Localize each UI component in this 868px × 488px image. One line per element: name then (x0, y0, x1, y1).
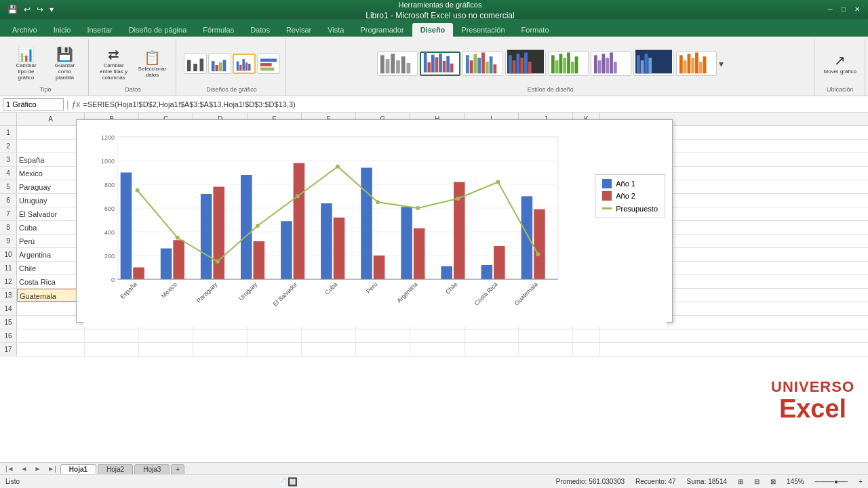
col-header-a[interactable]: A (17, 113, 85, 125)
cell-r12c0[interactable]: Costa Rica (17, 275, 85, 288)
cell-r16c1[interactable] (85, 329, 139, 342)
svg-rect-100 (414, 228, 425, 279)
switch-rows-cols-btn[interactable]: ⇄ Cambiar entre filas y columnas (96, 45, 132, 82)
ribbon-tab-archivo[interactable]: Archivo (4, 23, 45, 37)
formula-bar: | ƒx (0, 96, 868, 113)
ribbon-tab-diseño[interactable]: Diseño (412, 23, 454, 37)
window-controls[interactable]: ─ □ ✕ (825, 4, 863, 15)
zoom-in[interactable]: + (859, 478, 863, 485)
cell-r11c0[interactable]: Chile (17, 262, 85, 274)
style-5[interactable] (548, 52, 589, 76)
change-chart-type-btn[interactable]: 📊 Cambiar tipo de gráfico (8, 45, 44, 82)
cell-r15c0[interactable] (17, 316, 85, 329)
ribbon-tab-diseño-de-página[interactable]: Diseño de página (121, 23, 195, 37)
cell-r17c7[interactable] (410, 343, 465, 356)
tab-hoja3[interactable]: Hoja3 (134, 464, 170, 474)
ribbon-tab-insertar[interactable]: Insertar (79, 23, 120, 37)
ribbon-tab-inicio[interactable]: Inicio (45, 23, 79, 37)
cell-r16c8[interactable] (465, 329, 519, 342)
style-4[interactable] (505, 52, 546, 76)
cell-r4c0[interactable]: Mexico (17, 167, 85, 180)
zoom-slider[interactable]: ────●── (815, 478, 848, 485)
style-scroll-down[interactable]: ▾ (719, 58, 724, 69)
redo-btn[interactable]: ↪ (35, 4, 45, 15)
view-layout[interactable]: ⊟ (754, 478, 760, 485)
tab-nav-last[interactable]: ►| (45, 465, 59, 472)
save-quick-btn[interactable]: 💾 (5, 4, 20, 15)
tab-nav-first[interactable]: |◄ (3, 465, 17, 472)
cell-r17c5[interactable] (302, 343, 356, 356)
cell-r16c5[interactable] (302, 329, 356, 342)
cell-r7c0[interactable]: El Salvador (17, 207, 85, 220)
minimize-btn[interactable]: ─ (825, 4, 835, 15)
style-2[interactable] (420, 52, 460, 76)
cell-r16c7[interactable] (410, 329, 465, 342)
cell-r17c9[interactable] (519, 343, 573, 356)
quick-access-toolbar[interactable]: 💾 ↩ ↪ ▾ (5, 4, 56, 15)
close-btn[interactable]: ✕ (852, 4, 863, 15)
cell-r16c6[interactable] (356, 329, 410, 342)
cell-r17c1[interactable] (85, 343, 139, 356)
style-7[interactable] (633, 52, 674, 76)
select-data-btn[interactable]: 📋 Seleccionar datos (134, 48, 170, 79)
ribbon-tab-presentación[interactable]: Presentación (453, 23, 513, 37)
undo-btn[interactable]: ↩ (22, 4, 33, 15)
fx-icon[interactable]: ƒx (72, 100, 81, 109)
ribbon-tab-vista[interactable]: Vista (319, 23, 352, 37)
chart-layout-4[interactable] (257, 54, 280, 74)
cell-r16c10[interactable] (573, 329, 600, 342)
cell-r8c0[interactable]: Cuba (17, 221, 85, 234)
style-6[interactable] (591, 52, 631, 76)
cell-r2c0[interactable] (17, 140, 85, 152)
ribbon-tab-programador[interactable]: Programador (352, 23, 412, 37)
cell-r10c0[interactable]: Argentina (17, 248, 85, 261)
cell-r17c4[interactable] (248, 343, 302, 356)
cell-r1c0[interactable] (17, 126, 85, 139)
chart-area[interactable]: 020040060080010001200EspañaMexicoParagua… (76, 119, 673, 323)
ribbon-tab-formato[interactable]: Formato (513, 23, 557, 37)
style-8[interactable] (676, 52, 717, 76)
ribbon-tab-fórmulas[interactable]: Fórmulas (195, 23, 242, 37)
dropdown-btn[interactable]: ▾ (47, 4, 56, 15)
name-box[interactable] (3, 98, 64, 110)
cell-r9c0[interactable]: Perú (17, 235, 85, 247)
svg-rect-89 (201, 194, 212, 279)
cell-r16c2[interactable] (139, 329, 193, 342)
cell-r13c0[interactable]: Guatemala (17, 289, 85, 302)
ribbon-tab-datos[interactable]: Datos (242, 23, 278, 37)
cell-r14c0[interactable] (17, 302, 85, 315)
tab-hoja1[interactable]: Hoja1 (60, 464, 96, 474)
cell-r17c10[interactable] (573, 343, 600, 356)
chart-layout-1[interactable] (184, 54, 207, 74)
cell-r16c9[interactable] (519, 329, 573, 342)
cell-r16c3[interactable] (193, 329, 248, 342)
row-number-9: 9 (0, 235, 17, 247)
cell-r17c0[interactable] (17, 343, 85, 356)
style-1[interactable] (377, 52, 418, 76)
tab-hoja2[interactable]: Hoja2 (98, 464, 133, 474)
save-template-btn[interactable]: 💾 Guardar como plantilla (47, 45, 83, 82)
maximize-btn[interactable]: □ (838, 4, 849, 15)
cell-r16c4[interactable] (248, 329, 302, 342)
cell-r6c0[interactable]: Uruguay (17, 194, 85, 207)
cell-r5c0[interactable]: Paraguay (17, 180, 85, 193)
tab-add[interactable]: + (171, 464, 184, 474)
formula-input[interactable] (83, 100, 865, 108)
cell-r17c6[interactable] (356, 343, 410, 356)
cell-r17c3[interactable] (193, 343, 248, 356)
view-normal[interactable]: ⊞ (738, 478, 743, 485)
table-row: 16 (0, 329, 868, 343)
tab-nav-prev[interactable]: ◄ (18, 465, 31, 472)
cell-r16c0[interactable] (17, 329, 85, 342)
tab-nav-next[interactable]: ► (31, 465, 43, 472)
zoom-level: 145% (787, 478, 804, 485)
ribbon-tab-revisar[interactable]: Revisar (278, 23, 319, 37)
move-chart-btn[interactable]: ↗ Mover gráfico (821, 51, 859, 76)
cell-r17c8[interactable] (465, 343, 519, 356)
view-pagebreak[interactable]: ⊠ (770, 478, 776, 485)
chart-layout-2[interactable] (208, 54, 231, 74)
cell-r17c2[interactable] (139, 343, 193, 356)
cell-r3c0[interactable]: España (17, 153, 85, 166)
style-3[interactable] (462, 52, 503, 76)
chart-layout-3[interactable] (233, 54, 256, 74)
